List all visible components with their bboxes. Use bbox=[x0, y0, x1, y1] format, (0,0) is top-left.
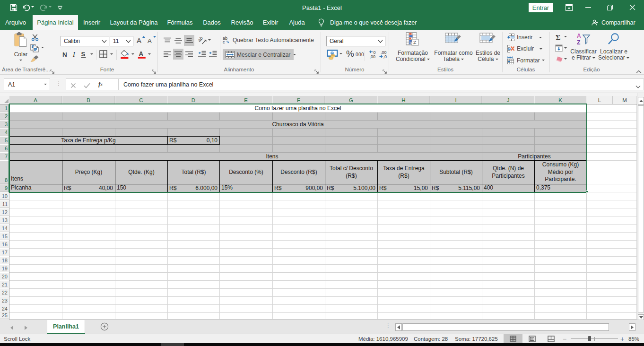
font-size-combo[interactable]: 11 bbox=[110, 36, 133, 46]
font-color-dropdown-icon[interactable] bbox=[148, 53, 151, 55]
column-header-K[interactable]: K bbox=[535, 96, 586, 104]
format-cells-button[interactable]: Formatar bbox=[507, 56, 545, 64]
decrease-decimal-icon[interactable]: ,00,0 bbox=[379, 50, 387, 61]
row-header-3[interactable]: 3 bbox=[0, 121, 9, 128]
row-header-7[interactable]: 7 bbox=[0, 153, 9, 160]
sheet-prev-icon[interactable] bbox=[9, 324, 14, 332]
tab-revisao[interactable]: Revisão bbox=[226, 15, 258, 30]
accounting-dropdown-icon[interactable] bbox=[339, 53, 342, 54]
align-middle-icon[interactable] bbox=[174, 36, 183, 45]
ribbon-display-options-icon[interactable] bbox=[566, 4, 573, 11]
delete-cells-button[interactable]: Excluir bbox=[507, 45, 542, 52]
font-dialog-launcher-icon[interactable] bbox=[152, 68, 157, 72]
column-header-F[interactable]: F bbox=[273, 96, 325, 104]
comma-style-icon[interactable]: 000 bbox=[356, 51, 367, 60]
add-sheet-icon[interactable] bbox=[100, 322, 109, 333]
clipboard-dialog-launcher-icon[interactable] bbox=[50, 68, 55, 72]
decrease-indent-icon[interactable] bbox=[198, 51, 206, 60]
tab-layout-da-pagina[interactable]: Layout da Página bbox=[105, 15, 162, 30]
scroll-up-icon[interactable] bbox=[638, 97, 644, 105]
row-header-16[interactable]: 16 bbox=[0, 241, 9, 248]
column-header-A[interactable]: A bbox=[9, 96, 62, 104]
font-color-icon[interactable]: A bbox=[137, 50, 147, 61]
page-break-view-icon[interactable] bbox=[541, 334, 560, 343]
normal-view-icon[interactable] bbox=[504, 334, 522, 343]
sheet-tab-planilha1[interactable]: Planilha1 bbox=[47, 320, 85, 333]
horizontal-scroll-thumb[interactable] bbox=[402, 323, 609, 331]
formula-expand-icon[interactable] bbox=[635, 82, 641, 91]
fill-icon[interactable] bbox=[555, 44, 563, 54]
row-header-12[interactable]: 12 bbox=[0, 208, 9, 216]
vertical-scrollbar[interactable] bbox=[637, 93, 644, 320]
align-top-icon[interactable] bbox=[163, 36, 172, 45]
scroll-right-icon[interactable] bbox=[629, 323, 635, 331]
column-header-L[interactable]: L bbox=[587, 96, 613, 104]
insert-cells-button[interactable]: Inserir bbox=[507, 34, 542, 41]
underline-button[interactable]: S bbox=[80, 50, 87, 59]
row-header-14[interactable]: 14 bbox=[0, 225, 9, 232]
spreadsheet-grid[interactable]: ABCDEFGHIJKLM123456789101112131415161718… bbox=[0, 93, 637, 320]
row-header-13[interactable]: 13 bbox=[0, 216, 9, 224]
merge-center-button[interactable]: Mesclar e Centralizar bbox=[223, 49, 294, 60]
maximize-icon[interactable] bbox=[607, 5, 613, 10]
row-header-11[interactable]: 11 bbox=[0, 200, 9, 208]
percent-style-icon[interactable]: % bbox=[346, 49, 356, 61]
paste-button[interactable]: Colar bbox=[11, 32, 30, 61]
copy-dropdown-icon[interactable] bbox=[41, 47, 44, 48]
autosum-icon[interactable]: Σ bbox=[555, 33, 564, 43]
formula-input[interactable]: Como fazer uma planilha no Excel bbox=[118, 78, 644, 90]
borders-icon[interactable] bbox=[99, 50, 108, 61]
tab-inserir[interactable]: Inserir bbox=[78, 15, 105, 30]
row-header-10[interactable]: 10 bbox=[0, 192, 9, 200]
row-header-8[interactable]: 8 bbox=[0, 161, 9, 184]
column-header-M[interactable]: M bbox=[613, 96, 636, 104]
row-header-25[interactable]: 25 bbox=[0, 313, 9, 319]
column-header-G[interactable]: G bbox=[325, 96, 377, 104]
orientation-dropdown-icon[interactable] bbox=[208, 39, 211, 41]
tellme-box[interactable]: Diga-me o que você deseja fazer bbox=[318, 15, 417, 30]
font-name-combo[interactable]: Calibri bbox=[61, 36, 109, 46]
tab-formulas[interactable]: Fórmulas bbox=[162, 15, 198, 30]
tab-pagina-inicial[interactable]: Página Inicial bbox=[33, 15, 78, 30]
wrap-text-button[interactable]: abc Quebrar Texto Automaticamente bbox=[222, 36, 314, 44]
italic-button[interactable]: I bbox=[72, 50, 78, 59]
align-center-icon[interactable] bbox=[173, 49, 183, 60]
increase-decimal-icon[interactable]: 0,00 bbox=[369, 50, 377, 61]
tab-exibir[interactable]: Exibir bbox=[258, 15, 283, 30]
number-format-combo[interactable]: Geral bbox=[326, 36, 385, 46]
row-header-21[interactable]: 21 bbox=[0, 281, 9, 288]
column-header-B[interactable]: B bbox=[62, 96, 115, 104]
increase-font-icon[interactable]: A bbox=[136, 35, 146, 47]
orientation-icon[interactable]: ab bbox=[198, 36, 207, 47]
decrease-font-icon[interactable]: A bbox=[147, 35, 157, 47]
conditional-formatting-button[interactable]: ≠ FormataçãoCondicional bbox=[393, 32, 432, 62]
underline-dropdown-icon[interactable] bbox=[90, 53, 93, 55]
clear-icon[interactable] bbox=[555, 56, 563, 64]
name-box-splitter[interactable]: ⋮ bbox=[56, 80, 61, 87]
align-right-icon[interactable] bbox=[184, 50, 194, 59]
copy-icon[interactable] bbox=[30, 44, 39, 54]
insert-function-icon[interactable]: fx bbox=[98, 80, 103, 88]
row-header-6[interactable]: 6 bbox=[0, 145, 9, 152]
fill-color-icon[interactable] bbox=[120, 49, 130, 61]
row-header-4[interactable]: 4 bbox=[0, 129, 9, 136]
scroll-left-icon[interactable] bbox=[395, 323, 402, 331]
fill-color-dropdown-icon[interactable] bbox=[131, 53, 134, 55]
find-select-button[interactable]: Localizar eSelecionar bbox=[598, 32, 629, 61]
cancel-icon[interactable] bbox=[70, 82, 76, 90]
vertical-scroll-thumb[interactable] bbox=[638, 105, 644, 312]
page-layout-view-icon[interactable] bbox=[522, 334, 541, 343]
cell-styles-button[interactable]: Estilos deCélula bbox=[475, 32, 501, 62]
entrar-button[interactable]: Entrar bbox=[529, 3, 553, 12]
sheet-next-icon[interactable] bbox=[24, 324, 28, 332]
clear-dropdown-icon[interactable] bbox=[564, 58, 567, 60]
bold-button[interactable]: N bbox=[62, 50, 70, 59]
share-button[interactable]: Compartilhar bbox=[591, 15, 635, 30]
tab-dados[interactable]: Dados bbox=[198, 15, 226, 30]
row-header-5[interactable]: 5 bbox=[0, 137, 9, 144]
row-header-19[interactable]: 19 bbox=[0, 265, 9, 272]
tab-ajuda[interactable]: Ajuda bbox=[283, 15, 311, 30]
zoom-out-icon[interactable]: − bbox=[563, 334, 566, 343]
format-as-table-button[interactable]: Formatar comoTabela bbox=[432, 32, 475, 62]
row-header-9[interactable]: 9 bbox=[0, 184, 9, 192]
